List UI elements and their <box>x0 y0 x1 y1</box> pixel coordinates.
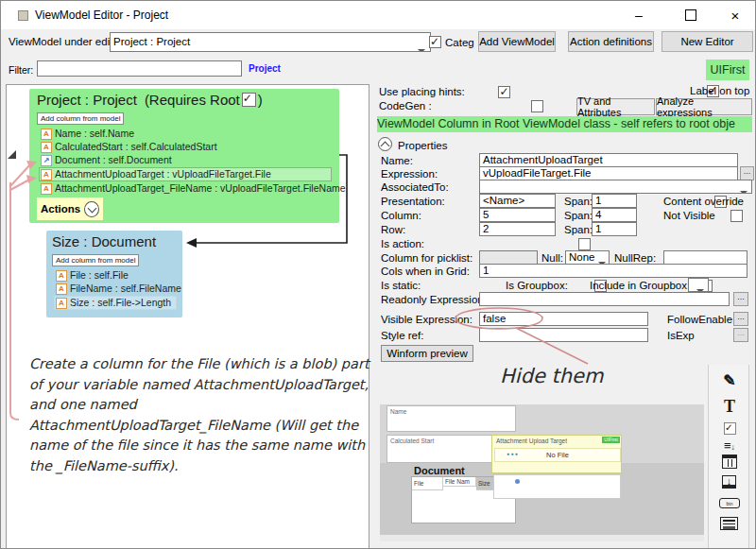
column-input[interactable]: 5 <box>479 208 556 222</box>
button-tool-icon[interactable]: btn <box>719 498 740 508</box>
readonly-expression-input[interactable] <box>479 292 730 306</box>
project-box-title-text: Project : Project <box>37 92 137 108</box>
is-static-label: Is static: <box>381 280 421 292</box>
project-box-title: Project : Project (Requires Root ) <box>37 92 332 108</box>
readonly-ellipsis-button[interactable]: ... <box>733 292 748 306</box>
project-class-box[interactable]: Project : Project (Requires Root ) Add c… <box>29 89 339 223</box>
codegen-checkbox[interactable] <box>531 100 543 112</box>
expression-ellipsis-button[interactable]: ... <box>740 166 754 180</box>
name-label: Name: <box>381 155 413 167</box>
is-action-label: Is action: <box>381 238 424 250</box>
upload-tool-icon[interactable]: ↓ <box>722 475 736 489</box>
add-column-button[interactable]: Add column from model <box>37 112 124 125</box>
column-item[interactable]: AAttachmentUploadTarget_FileName : vUplo… <box>41 182 332 195</box>
column-label: Column: <box>381 210 421 222</box>
viewmodel-combobox[interactable]: Project : Project <box>110 32 431 52</box>
project-box-title-close: ) <box>258 92 263 108</box>
preview-dropzone <box>493 474 621 499</box>
column-item-highlighted[interactable]: ASize : self.File->Length <box>54 296 177 310</box>
filter-project-link[interactable]: Project <box>249 63 281 74</box>
column-item[interactable]: AName : self.Name <box>41 128 332 140</box>
is-action-checkbox[interactable] <box>578 238 591 250</box>
tree-expander-icon[interactable] <box>8 150 16 159</box>
context-banner: ViewModel Column in Root ViewModel class… <box>377 116 752 132</box>
column-item[interactable]: AFileName : self.FileName <box>56 283 177 295</box>
maximize-button[interactable] <box>672 3 710 27</box>
new-editor-button[interactable]: New Editor <box>662 31 753 52</box>
close-button[interactable]: × <box>716 3 754 27</box>
document-class-box[interactable]: Size : Document Add column from model AF… <box>46 231 182 317</box>
attribute-icon: A <box>41 169 52 180</box>
tv-and-attributes-button[interactable]: TV and Attributes <box>576 98 655 115</box>
filter-input[interactable] <box>37 60 242 77</box>
uifirst-badge: UIFirst <box>706 60 749 80</box>
preview-document-label: Document <box>414 465 465 476</box>
combobox-tool-icon[interactable]: ≡↓ <box>717 437 742 453</box>
include-in-groupbox-combobox[interactable] <box>688 278 709 292</box>
column-item[interactable]: AFile : self.File <box>56 269 177 282</box>
preview-dots: ● ● ● <box>507 451 518 456</box>
column-item[interactable]: ↗Document : self.Document <box>41 154 332 166</box>
maximize-icon <box>685 9 696 21</box>
grid-header-filename: File Nam <box>443 477 476 487</box>
style-ellipsis-button[interactable]: ... <box>733 328 748 342</box>
picklist-input[interactable] <box>479 250 538 265</box>
preview-link-mark <box>515 479 520 484</box>
null-combobox[interactable]: None <box>565 250 610 265</box>
not-visible-checkbox[interactable] <box>730 210 743 222</box>
picklist-label: Column for picklist: <box>381 252 472 265</box>
column-span-input[interactable]: 4 <box>592 208 637 222</box>
checkbox-tool-icon[interactable] <box>717 420 742 436</box>
preview-attachment-box: Attachment Upload Target UIFirst No File… <box>491 435 622 473</box>
column-item-label: AttachmentUploadTarget_FileName : vUploa… <box>55 182 346 195</box>
attribute-icon: A <box>56 283 67 295</box>
requires-root-checkbox[interactable] <box>242 93 256 107</box>
document-box-title: Size : Document <box>52 233 177 249</box>
collapse-properties-icon[interactable] <box>378 137 392 151</box>
name-input[interactable]: AttachmentUploadTarget <box>479 153 738 167</box>
actions-dropdown[interactable]: Actions <box>37 197 103 220</box>
column-item-selected[interactable]: AAttachmentUploadTarget : vUploadFileTar… <box>39 167 332 181</box>
add-column-button[interactable]: Add column from model <box>52 254 139 266</box>
viewmodel-editor-window: ViewModel Editor - Project – × ViewModel… <box>0 0 756 549</box>
edit-field-icon[interactable]: ✎ <box>717 370 742 389</box>
use-placing-hints-checkbox[interactable] <box>498 86 510 98</box>
attribute-icon: A <box>56 270 67 282</box>
expression-label: Expression: <box>381 168 438 180</box>
visible-expression-label: Visible Expression: <box>381 314 472 326</box>
style-ref-input[interactable] <box>479 328 648 342</box>
presentation-span-input[interactable]: 1 <box>592 194 637 208</box>
textbox-tool-icon[interactable] <box>720 517 738 530</box>
include-in-groupbox-label: Include in Groupbox: <box>590 280 690 292</box>
action-definitions-button[interactable]: Action definitions <box>568 31 654 52</box>
viewmodel-combobox-value: Project : Project <box>113 36 190 47</box>
text-tool-icon[interactable]: T <box>717 397 742 416</box>
chevron-down-icon <box>418 41 425 52</box>
null-combobox-value: None <box>569 251 595 263</box>
cols-when-in-grid-input[interactable]: 1 <box>479 264 747 278</box>
analyze-expressions-button[interactable]: Analyze expressions <box>656 98 752 115</box>
column-item[interactable]: ACalculatedStart : self.CalculatedStart <box>41 141 332 153</box>
column-item-label: Document : self.Document <box>55 154 172 166</box>
minimize-button[interactable]: – <box>620 3 658 27</box>
expression-input[interactable]: vUploadFileTarget.File <box>479 166 738 180</box>
is-groupbox-label: Is Groupbox: <box>506 280 568 292</box>
row-span-input[interactable]: 1 <box>592 222 637 236</box>
attribute-icon: A <box>41 183 52 195</box>
properties-header: Properties <box>398 140 447 152</box>
use-placing-hints-label: Use placing hints: <box>379 86 465 98</box>
visible-ellipsis-button[interactable]: ... <box>733 312 748 326</box>
associatedto-combobox[interactable] <box>479 180 752 194</box>
attribute-icon: A <box>56 298 67 309</box>
column-item-label: AttachmentUploadTarget : vUploadFileTarg… <box>55 168 271 180</box>
preview-name-field: Name <box>387 405 516 432</box>
row-input[interactable]: 2 <box>479 222 556 236</box>
nullrep-input[interactable] <box>663 250 747 265</box>
visible-expression-input[interactable]: false <box>479 312 648 326</box>
isexp-label: IsExp <box>667 330 695 342</box>
calendar-tool-icon[interactable] <box>722 455 737 469</box>
categ-checkbox[interactable] <box>429 36 441 48</box>
presentation-input[interactable]: <Name> <box>479 194 556 208</box>
winform-preview-button[interactable]: Winform preview <box>381 345 473 362</box>
add-viewmodel-button[interactable]: Add ViewModel <box>478 31 556 52</box>
